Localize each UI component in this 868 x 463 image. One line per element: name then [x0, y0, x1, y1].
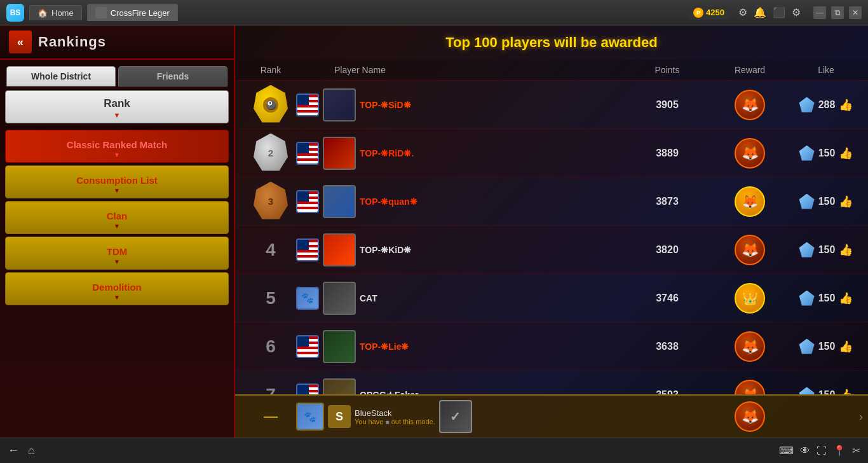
avatar-5 [323, 282, 356, 315]
minimize-button[interactable]: — [813, 6, 826, 19]
rank-medal-1: 🎱 [245, 85, 296, 125]
friends-tab[interactable]: Friends [118, 66, 227, 86]
settings-icon[interactable]: ⚙ [738, 6, 747, 18]
thumb-icon-1[interactable]: 👍 [839, 98, 853, 112]
like-1: 288 👍 [794, 97, 858, 113]
gear-icon[interactable]: ⚙ [792, 6, 801, 18]
reward-6: 🦊 [705, 331, 794, 362]
flag-us-6 [296, 335, 319, 358]
taskbar-home-icon[interactable]: ⌂ [28, 444, 35, 457]
display-icon[interactable]: ⬛ [773, 6, 785, 18]
rank-indicator[interactable]: Rank ▼ [5, 90, 229, 123]
points-coin-icon: P [693, 8, 703, 18]
table-row: 7 OPGG★Faker 3593 🦊 150 👍 [235, 371, 868, 394]
back-arrow-icon: « [17, 36, 24, 49]
main-content: « Rankings Whole District Friends Rank ▼… [0, 25, 868, 438]
bronze-medal-icon: 3 [254, 182, 288, 221]
home-icon: 🏠 [37, 8, 48, 18]
like-count-7: 150 [818, 389, 836, 395]
avatar-2 [323, 137, 356, 170]
sidebar-clan-label: Clan ▼ [5, 201, 229, 234]
gold-medal-inner: 🎱 [263, 97, 278, 113]
scroll-right-icon[interactable]: › [859, 410, 863, 424]
flag-us-4 [296, 238, 319, 261]
sidebar-chevron-3: ▼ [114, 258, 120, 265]
col-rank: Rank [245, 65, 296, 75]
player-name-7: OPGG★Faker [360, 390, 418, 395]
filter-tabs: Whole District Friends [0, 60, 234, 86]
back-button[interactable]: « [9, 31, 32, 53]
avatar-3 [323, 185, 356, 218]
like-4: 150 👍 [794, 242, 858, 258]
crossfire-tab-icon [95, 7, 107, 18]
table-row: 4 TOP-❋KiD❋ 3820 🦊 150 👍 [235, 226, 868, 274]
sidebar-classic-label: Classic Ranked Match ▼ [5, 130, 229, 163]
points-4: 3820 [629, 244, 705, 256]
player-info-7: OPGG★Faker [296, 378, 629, 395]
player-info-3: TOP-❋quan❋ [296, 185, 629, 218]
thumb-icon-3[interactable]: 👍 [839, 195, 853, 209]
sidebar-chevron-1: ▼ [114, 187, 120, 194]
home-tab[interactable]: 🏠 Home [29, 5, 82, 20]
flag-us-2 [296, 142, 319, 165]
avatar-7 [323, 378, 356, 395]
player-info-5: 🐾 CAT [296, 282, 629, 315]
current-player-name: BlueStack [355, 408, 435, 418]
avatar-1 [323, 88, 356, 121]
restore-button[interactable]: ⧉ [831, 6, 844, 19]
sidebar-item-demolition[interactable]: Demolition ▼ [5, 272, 229, 305]
like-count-5: 150 [818, 293, 836, 304]
reward-2: 🦊 [705, 138, 794, 169]
thumb-icon-2[interactable]: 👍 [839, 146, 853, 160]
rank-4: 4 [245, 240, 296, 260]
sidebar-item-clan[interactable]: Clan ▼ [5, 201, 229, 234]
wolf-reward-icon-2: 🦊 [735, 138, 765, 169]
wolf-reward-icon-7: 🦊 [735, 380, 765, 395]
notification-icon[interactable]: 🔔 [754, 6, 766, 18]
taskbar-keyboard-icon[interactable]: ⌨ [779, 445, 794, 457]
whole-district-tab[interactable]: Whole District [6, 66, 116, 86]
taskbar-eye-icon[interactable]: 👁 [800, 445, 810, 457]
game-tab[interactable]: CrossFire Leger [87, 4, 178, 21]
player-name-5: CAT [360, 293, 377, 303]
thumb-icon-5[interactable]: 👍 [839, 291, 853, 305]
points-5: 3746 [629, 293, 705, 304]
sidebar-item-tdm[interactable]: TDM ▼ [5, 237, 229, 270]
diamond-icon-4 [799, 242, 815, 258]
rank-7: 7 [245, 385, 296, 395]
sidebar-item-consumption[interactable]: Consumption List ▼ [5, 165, 229, 198]
points-7: 3593 [629, 389, 705, 395]
thumb-icon-6[interactable]: 👍 [839, 340, 853, 354]
taskbar-location-icon[interactable]: 📍 [833, 445, 846, 457]
close-button[interactable]: ✕ [849, 6, 862, 19]
title-bar-icons: ⚙ 🔔 ⬛ ⚙ [738, 6, 801, 18]
thumb-icon-4[interactable]: 👍 [839, 243, 853, 257]
flag-us-3 [296, 190, 319, 213]
leaderboard-headline: Top 100 players will be awarded [445, 34, 657, 50]
wolf-reward-icon-6: 🦊 [735, 331, 765, 362]
sidebar-item-classic-ranked[interactable]: Classic Ranked Match ▼ [5, 130, 229, 163]
player-info-4: TOP-❋KiD❋ [296, 233, 629, 266]
points-3: 3873 [629, 196, 705, 207]
taskbar: ← ⌂ ⌨ 👁 ⛶ 📍 ✂ [0, 438, 868, 463]
player-name-2: TOP-❋RiD❋. [360, 148, 414, 158]
rankings-header: « Rankings [0, 25, 234, 60]
current-avatar: 🐾 [296, 403, 324, 431]
current-player-row: — 🐾 S BlueStack You have ■ out this mode… [235, 394, 868, 438]
reward-4: 🦊 [705, 235, 794, 265]
table-row: 🎱 TOP-❋SiD❋ 3905 🦊 288 👍 [235, 81, 868, 129]
taskbar-fullscreen-icon[interactable]: ⛶ [817, 445, 827, 457]
reward-5: 👑 [705, 283, 794, 314]
taskbar-cut-icon[interactable]: ✂ [852, 445, 860, 457]
title-bar: BS 🏠 Home CrossFire Leger P 4250 ⚙ 🔔 ⬛ ⚙… [0, 0, 868, 25]
sidebar-chevron-2: ▼ [114, 223, 120, 230]
player-name-1: TOP-❋SiD❋ [360, 100, 411, 110]
diamond-icon-3 [799, 194, 815, 209]
taskbar-back-icon[interactable]: ← [8, 444, 19, 457]
points-1: 3905 [629, 99, 705, 111]
thumb-icon-7[interactable]: 👍 [839, 388, 853, 395]
col-player: Player Name [296, 65, 629, 75]
rank-chevron-icon: ▼ [11, 111, 223, 119]
player-info-2: TOP-❋RiD❋. [296, 137, 629, 170]
current-wolf-icon: 🦊 [735, 401, 765, 432]
